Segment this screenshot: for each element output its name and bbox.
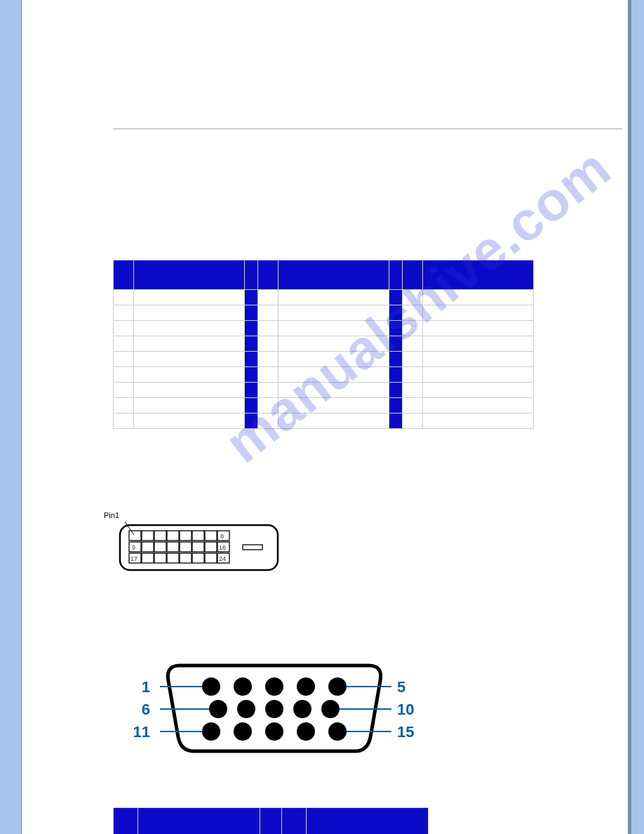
svg-point-40 <box>297 722 315 741</box>
svg-rect-23 <box>205 553 217 563</box>
dvi-num-9: 9 <box>132 544 135 551</box>
col-pin-3 <box>402 260 422 290</box>
svg-point-27 <box>202 677 220 696</box>
col-sep-1 <box>245 260 258 290</box>
col-d <box>307 808 429 835</box>
svg-rect-6 <box>192 531 204 541</box>
dvi-num-16: 16 <box>219 544 226 551</box>
table-row <box>114 290 534 305</box>
dvi-num-24: 24 <box>219 555 226 562</box>
table-row <box>114 352 534 367</box>
table-row <box>114 383 534 398</box>
table-row <box>114 336 534 352</box>
svg-point-41 <box>328 722 347 741</box>
col-a <box>114 808 138 835</box>
table-header-row <box>114 260 534 290</box>
divider <box>113 128 622 129</box>
table-row <box>114 398 534 413</box>
dvi-num-17: 17 <box>130 555 137 562</box>
svg-rect-10 <box>142 542 154 552</box>
dvi-connector-icon: 8 9 16 17 24 <box>116 519 285 579</box>
dvi-num-8: 8 <box>220 533 224 540</box>
col-signal-2 <box>279 260 389 290</box>
svg-point-30 <box>297 677 315 696</box>
svg-point-31 <box>328 677 347 696</box>
svg-rect-5 <box>180 531 192 541</box>
vga-num-10: 10 <box>397 701 414 718</box>
svg-rect-4 <box>167 531 179 541</box>
svg-rect-20 <box>167 553 179 563</box>
col-pin-1 <box>114 260 134 290</box>
svg-rect-19 <box>154 553 166 563</box>
svg-rect-22 <box>192 553 204 563</box>
page-content: Pin1 8 9 16 17 24 <box>22 7 631 827</box>
svg-point-33 <box>237 700 255 718</box>
col-c <box>282 808 307 835</box>
svg-point-35 <box>293 700 311 718</box>
col-sep <box>260 808 282 835</box>
table-row <box>114 305 534 321</box>
vga-num-15: 15 <box>397 723 414 741</box>
scrollbar[interactable] <box>628 0 631 834</box>
col-sep-2 <box>389 260 403 290</box>
svg-rect-7 <box>205 531 217 541</box>
table-header-row <box>114 808 429 835</box>
col-pin-2 <box>257 260 278 290</box>
pinout-table <box>113 260 534 429</box>
svg-point-37 <box>202 722 220 741</box>
svg-point-39 <box>265 722 283 741</box>
dvi-pin1-label: Pin1 <box>104 511 119 519</box>
col-signal-3 <box>423 260 534 290</box>
col-b <box>137 808 260 835</box>
vga-num-1: 1 <box>142 678 150 696</box>
table-row <box>114 321 534 336</box>
svg-rect-2 <box>142 531 154 541</box>
svg-rect-13 <box>180 542 192 552</box>
svg-rect-1 <box>129 531 141 541</box>
svg-point-36 <box>321 700 340 718</box>
svg-rect-11 <box>154 542 166 552</box>
vga-num-6: 6 <box>142 701 150 718</box>
svg-point-28 <box>234 677 252 696</box>
svg-rect-3 <box>154 531 166 541</box>
table-row <box>114 413 534 429</box>
col-signal-1 <box>134 260 245 290</box>
svg-rect-18 <box>142 553 154 563</box>
svg-rect-25 <box>243 545 262 550</box>
page-container: Pin1 8 9 16 17 24 <box>21 0 631 834</box>
vga-connector-icon: 1 6 11 5 10 15 <box>130 653 418 765</box>
svg-rect-14 <box>192 542 204 552</box>
svg-point-34 <box>265 700 283 718</box>
vga-num-5: 5 <box>397 678 405 696</box>
svg-rect-15 <box>205 542 217 552</box>
svg-rect-21 <box>180 553 192 563</box>
svg-rect-12 <box>167 542 179 552</box>
svg-point-38 <box>234 722 252 741</box>
table-row <box>114 367 534 383</box>
svg-point-32 <box>209 700 227 718</box>
svg-point-29 <box>265 677 283 696</box>
bottom-table <box>113 807 429 834</box>
vga-num-11: 11 <box>133 723 150 741</box>
